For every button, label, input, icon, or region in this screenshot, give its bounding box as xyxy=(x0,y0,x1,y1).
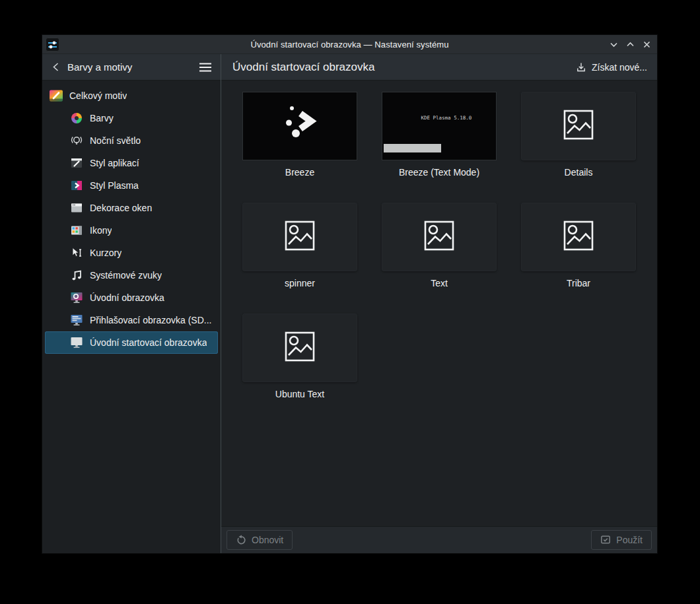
titlebar[interactable]: Úvodní startovací obrazovka — Nastavení … xyxy=(42,35,657,54)
image-placeholder-icon xyxy=(424,220,454,253)
sidebar-item[interactable]: Ikony xyxy=(45,219,218,242)
window-body: Barvy a motivy Celkový motivBarvyNoční s… xyxy=(42,54,657,553)
splash-thumbnail xyxy=(521,203,636,271)
global-theme-icon xyxy=(49,88,63,103)
splash-thumbnail xyxy=(242,92,357,160)
splash-card-label: Details xyxy=(519,167,638,178)
chevron-up-icon xyxy=(626,40,635,49)
apply-label: Použít xyxy=(616,535,643,545)
close-button[interactable] xyxy=(643,40,651,49)
hamburger-menu-icon xyxy=(199,62,212,73)
apply-button[interactable]: Použít xyxy=(591,530,652,550)
splash-card-label: Text xyxy=(380,278,499,288)
splash-progress-bar xyxy=(384,144,441,152)
application-style-icon xyxy=(69,156,84,170)
sidebar-item-label: Přihlašovací obrazovka (SD... xyxy=(90,315,211,325)
minimize-button[interactable] xyxy=(610,40,618,49)
splash-thumbnail: KDE Plasma 5.18.0 xyxy=(382,92,497,160)
splash-thumbnail xyxy=(242,314,357,382)
splash-card-label: Breeze xyxy=(240,167,359,178)
splash-card-label: Tribar xyxy=(519,278,638,288)
login-screen-icon xyxy=(69,313,84,327)
sidebar-item-label: Dekorace oken xyxy=(90,203,152,213)
night-light-icon xyxy=(69,133,84,148)
splash-card[interactable]: Details xyxy=(519,92,638,178)
sidebar-item-label: Kurzory xyxy=(90,248,122,258)
sidebar-header: Barvy a motivy xyxy=(42,54,221,81)
splash-card[interactable]: Text xyxy=(380,203,499,288)
splash-thumbnail xyxy=(382,203,497,271)
sidebar-item[interactable]: Styl aplikací xyxy=(45,152,218,174)
sidebar-item[interactable]: Úvodní obrazovka xyxy=(45,286,218,309)
apply-icon xyxy=(600,535,611,545)
splash-thumbnail xyxy=(521,92,636,160)
sidebar-item-label: Celkový motiv xyxy=(69,90,127,101)
systemsettings-app-icon xyxy=(46,38,59,51)
sidebar-list: Celkový motivBarvyNoční světloStyl aplik… xyxy=(42,81,221,354)
splash-card[interactable]: Breeze xyxy=(240,92,359,178)
sidebar-header-label: Barvy a motivy xyxy=(67,61,132,73)
footer-bar: Obnovit Použít xyxy=(221,526,657,553)
sidebar-item[interactable]: Přihlašovací obrazovka (SD... xyxy=(45,309,218,331)
colors-icon xyxy=(69,111,84,125)
window-controls xyxy=(610,35,651,54)
splash-card[interactable]: spinner xyxy=(240,203,359,288)
undo-icon xyxy=(236,535,246,545)
sidebar-item[interactable]: Dekorace oken xyxy=(45,197,218,219)
download-icon xyxy=(576,62,586,73)
close-icon xyxy=(643,40,651,49)
splash-card[interactable]: Ubuntu Text xyxy=(240,314,359,399)
splash-card[interactable]: Tribar xyxy=(519,203,638,288)
back-button[interactable]: Barvy a motivy xyxy=(52,61,191,73)
sidebar-item[interactable]: Kurzory xyxy=(45,242,218,264)
splash-card[interactable]: KDE Plasma 5.18.0Breeze (Text Mode) xyxy=(380,92,499,178)
get-new-label: Získat nové... xyxy=(592,62,647,73)
sidebar-item-label: Barvy xyxy=(90,113,114,123)
cursors-icon xyxy=(69,246,84,260)
main-panel: Úvodní startovací obrazovka Získat nové.… xyxy=(221,54,657,553)
chevron-down-icon xyxy=(610,40,618,49)
system-sounds-icon xyxy=(69,268,84,283)
sidebar-item[interactable]: Barvy xyxy=(45,107,218,129)
splash-grid: BreezeKDE Plasma 5.18.0Breeze (Text Mode… xyxy=(221,81,657,526)
sidebar-item-label: Systémové zvuky xyxy=(90,270,162,281)
sidebar-item-label: Styl aplikací xyxy=(90,158,139,168)
system-settings-window: Úvodní startovací obrazovka — Nastavení … xyxy=(42,35,657,553)
sidebar-item-label: Úvodní obrazovka xyxy=(90,292,164,303)
breeze-spinner-art xyxy=(243,90,357,162)
sidebar-item-label: Úvodní startovací obrazovka xyxy=(90,337,207,348)
sidebar-item-label: Noční světlo xyxy=(90,135,141,146)
reset-button[interactable]: Obnovit xyxy=(227,530,293,550)
maximize-button[interactable] xyxy=(626,40,635,49)
sidebar-item[interactable]: Úvodní startovací obrazovka xyxy=(45,331,218,354)
window-decorations-icon xyxy=(69,201,84,215)
sidebar-item[interactable]: Celkový motiv xyxy=(45,84,218,107)
sidebar-item[interactable]: Noční světlo xyxy=(45,129,218,152)
image-placeholder-icon xyxy=(563,220,594,253)
splash-thumbnail xyxy=(242,203,357,271)
splash-card-label: Ubuntu Text xyxy=(240,389,359,399)
boot-splash-icon xyxy=(69,335,84,350)
page-title: Úvodní startovací obrazovka xyxy=(232,61,576,74)
chevron-left-icon xyxy=(52,62,60,72)
sidebar-item[interactable]: Styl Plasma xyxy=(45,174,218,197)
reset-label: Obnovit xyxy=(252,535,283,545)
sidebar-item-label: Ikony xyxy=(90,225,112,236)
sidebar-item-label: Styl Plasma xyxy=(90,180,139,191)
sidebar: Barvy a motivy Celkový motivBarvyNoční s… xyxy=(42,54,221,553)
image-placeholder-icon xyxy=(563,110,594,143)
hamburger-menu-button[interactable] xyxy=(198,60,213,75)
splash-card-label: Breeze (Text Mode) xyxy=(380,167,499,178)
plasma-style-icon xyxy=(69,178,84,193)
icons-icon xyxy=(69,223,84,238)
window-title: Úvodní startovací obrazovka — Nastavení … xyxy=(42,40,657,50)
splash-card-label: spinner xyxy=(240,278,359,288)
splash-screen-icon xyxy=(69,290,84,305)
splash-preview-text: KDE Plasma 5.18.0 xyxy=(421,115,472,121)
sidebar-item[interactable]: Systémové zvuky xyxy=(45,264,218,286)
get-new-button[interactable]: Získat nové... xyxy=(576,62,647,73)
main-header: Úvodní startovací obrazovka Získat nové.… xyxy=(221,54,657,81)
image-placeholder-icon xyxy=(285,331,315,364)
image-placeholder-icon xyxy=(285,220,315,253)
